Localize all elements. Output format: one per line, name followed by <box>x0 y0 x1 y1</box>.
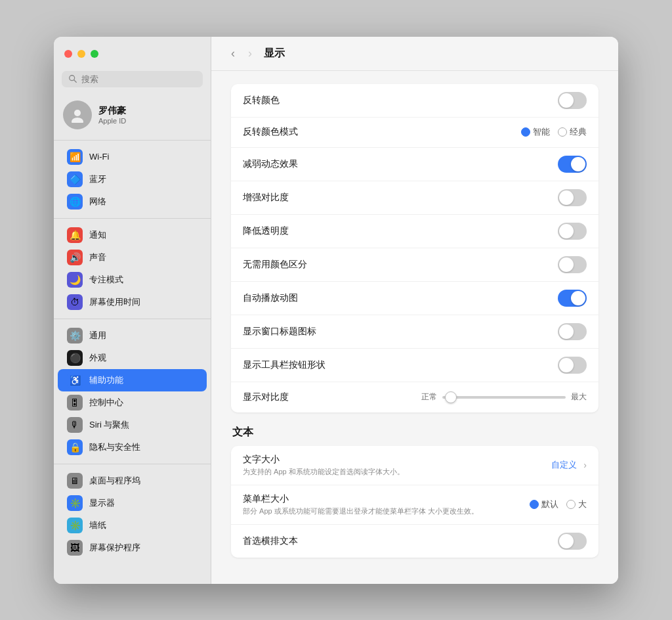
radio-option-默认[interactable]: 默认 <box>530 498 558 510</box>
radio-group: 默认大 <box>530 498 587 510</box>
text-section: 文字大小 为支持的 App 和系统功能设定首选阅读字体大小。 自定义› 菜单栏大… <box>231 446 598 558</box>
settings-row-text-size: 文字大小 为支持的 App 和系统功能设定首选阅读字体大小。 自定义› <box>231 446 598 485</box>
svg-point-3 <box>72 118 83 123</box>
row-right-text-size[interactable]: 自定义› <box>551 459 587 471</box>
row-content-menu-bar-size: 菜单栏大小 部分 App 或系统功能可能需要退出登录才能使菜单栏字体 大小更改生… <box>243 493 530 516</box>
sidebar-label-screentime: 屏幕使用时间 <box>89 296 140 308</box>
sidebar-item-sound[interactable]: 🔊 声音 <box>58 246 207 269</box>
search-box[interactable] <box>62 71 203 87</box>
row-desc-menu-bar-size: 部分 App 或系统功能可能需要退出登录才能使菜单栏字体 大小更改生效。 <box>243 506 530 516</box>
svg-line-1 <box>74 80 77 83</box>
sidebar-label-wifi: Wi-Fi <box>89 152 109 162</box>
radio-dot <box>558 127 567 137</box>
profile-section[interactable]: 罗伟豪 Apple ID <box>54 95 211 137</box>
toggle[interactable] <box>558 533 587 550</box>
sidebar-label-controlcenter: 控制中心 <box>89 397 123 409</box>
row-label-menu-bar-size: 菜单栏大小 <box>243 493 530 505</box>
row-label-auto-play: 自动播放动图 <box>243 292 558 304</box>
sidebar-item-bluetooth[interactable]: 🔷 蓝牙 <box>58 168 207 190</box>
radio-option-大[interactable]: 大 <box>566 498 587 510</box>
radio-option-智能[interactable]: 智能 <box>521 126 550 138</box>
sidebar-icon-controlcenter: 🎛 <box>67 395 83 410</box>
toggle[interactable] <box>558 323 587 340</box>
sidebar-item-wifi[interactable]: 📶 Wi-Fi <box>58 146 207 168</box>
sidebar-icon-notifications: 🔔 <box>67 227 83 243</box>
text-section-title: 文本 <box>231 426 598 439</box>
svg-point-2 <box>74 110 81 116</box>
radio-dot <box>566 500 576 509</box>
sidebar-icon-accessibility: ♿ <box>67 372 83 388</box>
page-title: 显示 <box>264 47 285 60</box>
toggle[interactable] <box>558 290 587 307</box>
radio-dot <box>530 500 539 509</box>
search-icon <box>68 74 77 83</box>
row-content-text-size: 文字大小 为支持的 App 和系统功能设定首选阅读字体大小。 <box>243 454 551 477</box>
sidebar-item-siri[interactable]: 🎙 Siri 与聚焦 <box>58 414 207 436</box>
sidebar-icon-focus: 🌙 <box>67 272 83 288</box>
sidebar-icon-siri: 🎙 <box>67 417 83 433</box>
toggle[interactable] <box>558 256 587 273</box>
sidebar-icon-privacy: 🔒 <box>67 439 83 455</box>
toggle[interactable] <box>558 156 587 173</box>
sidebar-item-focus[interactable]: 🌙 专注模式 <box>58 269 207 291</box>
toggle[interactable] <box>558 223 587 240</box>
sidebar-item-privacy[interactable]: 🔒 隐私与安全性 <box>58 436 207 458</box>
sidebar-item-notifications[interactable]: 🔔 通知 <box>58 224 207 246</box>
sidebar-item-appearance[interactable]: ⚫ 外观 <box>58 347 207 369</box>
profile-sub: Apple ID <box>98 117 126 125</box>
settings-row-toolbar-shape: 显示工具栏按钮形状 <box>231 349 598 382</box>
main-header: ‹ › 显示 <box>211 37 618 71</box>
row-label-horizontal-text: 首选横排文本 <box>243 535 558 547</box>
sidebar-item-controlcenter[interactable]: 🎛 控制中心 <box>58 391 207 414</box>
maximize-button[interactable] <box>91 50 98 58</box>
sidebar-item-screensaver[interactable]: 🖼 屏幕保护程序 <box>58 537 207 559</box>
sidebar-item-displays[interactable]: ✳️ 显示器 <box>58 492 207 514</box>
sidebar-divider-4 <box>54 464 211 464</box>
slider-track[interactable] <box>442 396 566 399</box>
row-desc-text-size: 为支持的 App 和系统功能设定首选阅读字体大小。 <box>243 467 551 477</box>
sidebar-icon-screensaver: 🖼 <box>67 540 83 556</box>
toggle[interactable] <box>558 357 587 374</box>
sidebar: 罗伟豪 Apple ID 📶 Wi-Fi 🔷 蓝牙 🌐 网络 🔔 通知 🔊 声音… <box>54 37 211 584</box>
settings-row-menu-bar-size: 菜单栏大小 部分 App 或系统功能可能需要退出登录才能使菜单栏字体 大小更改生… <box>231 485 598 525</box>
sidebar-item-desktop[interactable]: 🖥 桌面与程序坞 <box>58 470 207 492</box>
slider-max-label: 最大 <box>571 391 587 403</box>
row-label-increase-contrast: 增强对比度 <box>243 192 558 204</box>
sidebar-icon-network: 🌐 <box>67 194 83 210</box>
sidebar-item-wallpaper[interactable]: ✳️ 墙纸 <box>58 514 207 537</box>
avatar <box>63 100 92 129</box>
sidebar-item-network[interactable]: 🌐 网络 <box>58 190 207 213</box>
toggle[interactable] <box>558 189 587 206</box>
sidebar-item-screentime[interactable]: ⏱ 屏幕使用时间 <box>58 291 207 313</box>
slider-thumb[interactable] <box>445 391 457 403</box>
content-scroll[interactable]: 反转颜色反转颜色模式智能经典减弱动态效果增强对比度降低透明度无需用颜色区分自动播… <box>211 71 618 584</box>
minimize-button[interactable] <box>77 50 85 58</box>
sidebar-divider-3 <box>54 319 211 319</box>
sidebar-item-general[interactable]: ⚙️ 通用 <box>58 324 207 347</box>
back-button[interactable]: ‹ <box>227 45 239 62</box>
sidebar-icon-wifi: 📶 <box>67 149 83 165</box>
sidebar-icon-bluetooth: 🔷 <box>67 171 83 187</box>
close-button[interactable] <box>64 50 72 58</box>
sidebar-label-sound: 声音 <box>89 252 106 263</box>
profile-name: 罗伟豪 <box>98 105 126 117</box>
settings-row-color-filter: 无需用颜色区分 <box>231 248 598 282</box>
sidebar-label-general: 通用 <box>89 330 106 342</box>
sidebar-label-privacy: 隐私与安全性 <box>89 441 140 453</box>
profile-info: 罗伟豪 Apple ID <box>98 105 126 125</box>
sidebar-label-appearance: 外观 <box>89 352 106 364</box>
radio-option-经典[interactable]: 经典 <box>558 126 587 138</box>
row-label-window-icon: 显示窗口标题图标 <box>243 326 558 338</box>
slider-min-label: 正常 <box>421 391 437 403</box>
toggle[interactable] <box>558 92 587 109</box>
settings-row-auto-play: 自动播放动图 <box>231 282 598 315</box>
row-label-text-size: 文字大小 <box>243 454 551 466</box>
forward-button[interactable]: › <box>244 45 256 62</box>
sidebar-item-accessibility[interactable]: ♿ 辅助功能 <box>58 369 207 391</box>
row-label-invert-colors: 反转颜色 <box>243 95 558 106</box>
settings-row-window-icon: 显示窗口标题图标 <box>231 315 598 349</box>
main-content: ‹ › 显示 反转颜色反转颜色模式智能经典减弱动态效果增强对比度降低透明度无需用… <box>211 37 618 584</box>
search-input[interactable] <box>81 74 196 84</box>
slider-container: 正常 最大 <box>421 391 587 403</box>
sidebar-group-1: 📶 Wi-Fi 🔷 蓝牙 🌐 网络 <box>54 143 211 215</box>
